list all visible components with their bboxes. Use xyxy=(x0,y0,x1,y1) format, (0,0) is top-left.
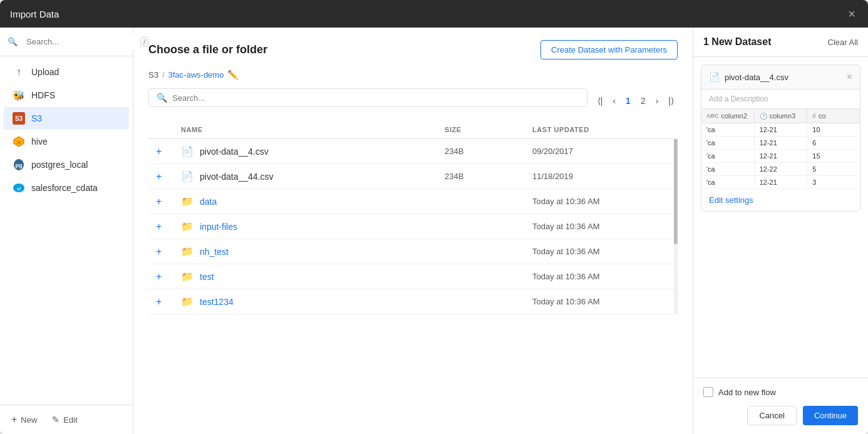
add-to-flow-container[interactable]: Add to new flow xyxy=(703,387,858,397)
sidebar-item-upload[interactable]: ↑ Upload xyxy=(4,61,129,83)
folder-name[interactable]: nh_test xyxy=(200,247,229,257)
add-file-button[interactable]: + xyxy=(156,171,162,182)
create-dataset-button[interactable]: Create Dataset with Parameters xyxy=(540,40,678,59)
hash-type-icon: # xyxy=(812,113,816,120)
sidebar-item-postgres[interactable]: pg postgres_local xyxy=(4,153,129,176)
file-date: 11/18/2019 xyxy=(532,172,670,181)
file-name-cell: 📁 data xyxy=(181,195,445,207)
edit-settings-link[interactable]: Edit settings xyxy=(701,189,860,211)
preview-cell: 6 xyxy=(807,137,860,149)
edit-label: Edit xyxy=(63,415,77,425)
sidebar-footer: + New ✎ Edit xyxy=(0,405,133,434)
continue-button[interactable]: Continue xyxy=(803,406,858,425)
table-row: + 📁 test1234 Today at 10:36 AM xyxy=(148,289,678,314)
page-2-button[interactable]: 2 xyxy=(637,93,649,108)
preview-cell: 3 xyxy=(807,176,860,189)
breadcrumb-current[interactable]: 3fac-aws-demo xyxy=(168,70,224,80)
new-label: New xyxy=(21,415,37,425)
first-page-button[interactable]: ⟨| xyxy=(594,93,607,108)
search-icon: 🔍 xyxy=(8,37,18,46)
folder-icon: 📁 xyxy=(181,220,194,232)
preview-col-2: ABC column2 xyxy=(701,109,755,123)
hive-icon: H xyxy=(13,135,25,148)
add-to-flow-checkbox[interactable] xyxy=(703,387,713,397)
last-page-button[interactable]: |⟩ xyxy=(664,93,678,108)
s3-icon: S3 xyxy=(13,112,25,125)
file-name-cell: 📁 nh_test xyxy=(181,245,445,257)
preview-row: 'ca 12-21 6 xyxy=(701,137,860,150)
sidebar-item-label: postgres_local xyxy=(31,160,88,170)
scroll-thumb xyxy=(674,139,678,244)
right-panel-footer: Add to new flow Cancel Continue xyxy=(693,378,868,434)
preview-cell: 15 xyxy=(807,150,860,162)
dataset-close-button[interactable]: × xyxy=(847,71,852,83)
add-folder-button[interactable]: + xyxy=(156,196,162,207)
preview-row: 'ca 12-21 10 xyxy=(701,123,860,137)
abc-type-icon: ABC xyxy=(706,113,719,119)
modal-body: 🔍 / ↑ Upload 🐝 HDFS S3 xyxy=(0,28,868,434)
file-size: 234B xyxy=(445,172,532,181)
folder-name[interactable]: input-files xyxy=(200,222,237,232)
import-data-modal: Import Data × 🔍 / ↑ Upload 🐝 HDFS xyxy=(0,0,868,434)
right-panel-header: 1 New Dataset Clear All xyxy=(693,28,868,57)
preview-row: 'ca 12-21 3 xyxy=(701,176,860,189)
file-date: Today at 10:36 AM xyxy=(532,222,670,231)
add-folder-button[interactable]: + xyxy=(156,246,162,257)
col-header-size: SIZE xyxy=(445,126,532,133)
clear-all-button[interactable]: Clear All xyxy=(828,38,858,47)
page-1-button[interactable]: 1 xyxy=(622,93,634,108)
modal-title: Import Data xyxy=(10,9,59,19)
next-page-button[interactable]: › xyxy=(652,93,663,108)
prev-page-button[interactable]: ‹ xyxy=(609,93,619,108)
new-button[interactable]: + New xyxy=(9,411,39,428)
add-folder-button[interactable]: + xyxy=(156,296,162,307)
hdfs-icon: 🐝 xyxy=(13,89,25,101)
preview-col-4: # co xyxy=(807,109,860,123)
cancel-button[interactable]: Cancel xyxy=(747,406,796,425)
table-row: + 📁 input-files Today at 10:36 AM xyxy=(148,214,678,239)
table-row: + 📁 nh_test Today at 10:36 AM xyxy=(148,239,678,264)
table-row: + 📄 pivot-data__4.csv 234B 09/20/2017 xyxy=(148,139,678,164)
preview-col-3: 🕐 column3 xyxy=(755,109,808,123)
sidebar-item-label: salesforce_cdata xyxy=(31,183,98,193)
right-panel: 1 New Dataset Clear All 📄 pivot-data__4.… xyxy=(693,28,868,434)
col-header-date: LAST UPDATED xyxy=(532,126,670,133)
sidebar-item-salesforce[interactable]: sf salesforce_cdata xyxy=(4,177,129,199)
sidebar: 🔍 / ↑ Upload 🐝 HDFS S3 xyxy=(0,28,133,434)
file-size: 234B xyxy=(445,147,532,156)
upload-icon: ↑ xyxy=(13,66,25,78)
sidebar-item-label: hive xyxy=(31,137,48,147)
add-folder-button[interactable]: + xyxy=(156,271,162,282)
table-row: + 📄 pivot-data__44.csv 234B 11/18/2019 xyxy=(148,164,678,189)
page-title: Choose a file or folder xyxy=(148,43,267,56)
breadcrumb: S3 / 3fac-aws-demo ✏️ xyxy=(148,70,678,80)
preview-cell: 'ca xyxy=(701,150,755,162)
preview-table-header: ABC column2 🕐 column3 # co xyxy=(701,109,860,123)
folder-icon: 📁 xyxy=(181,245,194,257)
dataset-card-header: 📄 pivot-data__4.csv × xyxy=(701,65,860,90)
file-search-input[interactable] xyxy=(172,93,579,103)
sidebar-item-s3[interactable]: S3 S3 xyxy=(4,107,129,130)
file-date: Today at 10:36 AM xyxy=(532,272,670,281)
edit-path-icon[interactable]: ✏️ xyxy=(227,70,238,80)
edit-button[interactable]: ✎ Edit xyxy=(49,412,80,427)
sidebar-item-label: HDFS xyxy=(31,90,55,100)
file-name-cell: 📄 pivot-data__4.csv xyxy=(181,145,445,157)
folder-name[interactable]: test1234 xyxy=(200,297,234,307)
pencil-icon: ✎ xyxy=(52,415,59,425)
add-file-button[interactable]: + xyxy=(156,146,162,157)
add-folder-button[interactable]: + xyxy=(156,221,162,232)
sidebar-item-hdfs[interactable]: 🐝 HDFS xyxy=(4,84,129,106)
dataset-description[interactable]: Add a Description xyxy=(701,90,860,109)
sidebar-item-hive[interactable]: H hive xyxy=(4,130,129,153)
folder-name[interactable]: test xyxy=(200,272,214,282)
close-button[interactable]: × xyxy=(845,5,858,23)
folder-name[interactable]: data xyxy=(200,197,217,207)
sidebar-search-input[interactable] xyxy=(21,34,137,49)
dataset-title: 📄 pivot-data__4.csv xyxy=(709,72,788,82)
file-name: pivot-data__44.csv xyxy=(200,172,274,182)
table-body: + 📄 pivot-data__4.csv 234B 09/20/2017 + … xyxy=(148,139,678,314)
preview-cell: 'ca xyxy=(701,176,755,189)
table-header: NAME SIZE LAST UPDATED xyxy=(148,121,678,139)
folder-icon: 📁 xyxy=(181,296,194,307)
